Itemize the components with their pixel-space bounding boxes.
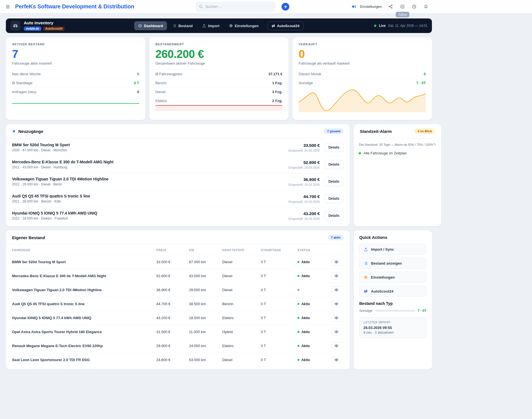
settings-link[interactable]: Einstellungen — [360, 4, 382, 9]
details-button[interactable]: Details — [324, 211, 344, 220]
star-icon: ★ — [12, 129, 16, 134]
upload-icon — [363, 247, 368, 251]
add-button[interactable]: + — [282, 3, 289, 11]
standzeit-status-text: Alle Fahrzeuge im Zeitplan — [363, 151, 407, 155]
list-item: Mercedes-Benz E-Klasse E 300 de T-Modell… — [12, 156, 344, 173]
topbar: PerfeKs Software Development & Distribut… — [0, 0, 532, 13]
view-button[interactable] — [331, 300, 341, 308]
volume-icon[interactable] — [351, 4, 357, 10]
col-header-preis: PREIS — [156, 245, 189, 255]
edit-pencil-icon[interactable]: ✎ — [433, 142, 436, 147]
eye-icon — [334, 344, 339, 348]
menu-icon[interactable] — [4, 3, 11, 10]
vehicle-listed-date: Eingestellt: 26.03.2026 — [289, 183, 320, 186]
type-progress-bar — [375, 310, 415, 312]
live-dot — [374, 25, 376, 27]
view-button[interactable] — [331, 272, 341, 280]
eye-icon — [334, 302, 339, 306]
module-title: Auto Inventory — [24, 21, 65, 25]
eye-icon — [334, 316, 339, 320]
stat-detail-row: Sonstige 7 · 0T — [299, 78, 426, 87]
gear-icon — [363, 275, 368, 279]
bestand-title: Eigener Bestand — [12, 235, 45, 240]
letzter-import-label: LETZTER IMPORT — [363, 321, 422, 324]
tab-einstellungen[interactable]: Einstellungen — [225, 21, 263, 30]
status-badge: Aktiv — [297, 302, 323, 306]
vehicle-title: Hyundai IONIQ 5 IONIQ 5 77.4 kWh AWD UNI… — [12, 211, 97, 215]
letzter-import-datetime: 26.03.2026 09:55 — [363, 326, 422, 330]
eye-icon — [334, 288, 339, 292]
vehicle-title: Volkswagen Tiguan Tiguan 2.0 TDI 4Motion… — [12, 177, 108, 181]
vehicle-subtitle: 2021 · 43.000 km · Diesel · Hamburg — [12, 165, 114, 169]
badge-autoscout24: AutoScout24 — [43, 27, 65, 31]
todos-tooltip: ToDos — [396, 12, 409, 17]
view-button[interactable] — [331, 356, 341, 364]
eye-icon — [334, 330, 339, 334]
stat-subtitle: Fahrzeuge aktiv inseriert — [12, 61, 139, 65]
stat-detail-row: Diesel 3 Fzg. — [155, 87, 283, 96]
search-box[interactable] — [196, 2, 275, 11]
bell-icon[interactable] — [423, 4, 429, 10]
gear-icon — [229, 24, 233, 28]
stat-card-bestandswert: BESTANDSWERT 260.200 € Gesamtwert aktive… — [149, 37, 289, 120]
view-button[interactable] — [331, 328, 341, 336]
view-button[interactable] — [331, 342, 341, 350]
bestand-count-badge: 7 aktiv — [328, 235, 344, 240]
view-button[interactable] — [331, 286, 341, 294]
table-row: Volkswagen Tiguan Tiguan 2.0 TDI 4Motion… — [12, 283, 344, 297]
tab-autoscout24[interactable]: ⇄ AutoScout24 — [268, 21, 304, 30]
vehicle-price: 33.500 € — [289, 143, 320, 148]
tab-dashboard[interactable]: Dashboard — [134, 21, 167, 30]
letzter-import-box: LETZTER IMPORT 26.03.2026 09:55 8 neu · … — [359, 317, 426, 338]
stat-detail-row: Diesen Monat 0 — [299, 69, 426, 78]
quick-action-import-sync[interactable]: Import / Sync — [359, 244, 426, 255]
list-item: Volkswagen Tiguan Tiguan 2.0 TDI 4Motion… — [12, 173, 344, 190]
app-header: Auto Inventory mobile.de AutoScout24 Das… — [6, 18, 432, 33]
table-row: Seat Leon Leon Sportstourer 2.0 TDI FR D… — [12, 353, 344, 367]
live-label: Live — [379, 24, 386, 28]
todos-icon[interactable]: ToDos — [400, 4, 405, 10]
col-header-fahrzeug: FAHRZEUG — [12, 245, 156, 255]
details-button[interactable]: Details — [324, 194, 344, 203]
details-button[interactable]: Details — [324, 143, 344, 152]
quick-actions-title: Quick Actions — [359, 235, 426, 240]
view-button[interactable] — [331, 314, 341, 322]
tab-bestand[interactable]: Bestand — [169, 21, 197, 30]
stat-subtitle: Gesamtwert aktiver Fahrzeuge — [155, 61, 283, 65]
status-dot — [297, 289, 299, 291]
stats-row: AKTIVER BESTAND 7 Fahrzeuge aktiv inseri… — [6, 37, 432, 120]
status-dot — [297, 345, 299, 347]
check-circle-icon — [138, 24, 142, 28]
search-input[interactable] — [205, 4, 269, 9]
stat-subtitle: Fahrzeuge als verkauft markiert — [299, 61, 426, 65]
status-dot — [297, 317, 299, 319]
stat-detail-row: Neu diese Woche 0 — [12, 69, 139, 78]
standzeit-badge: 0 im Blick — [415, 128, 435, 134]
vehicle-price: 52.800 € — [289, 160, 320, 165]
stat-label: AKTIVER BESTAND — [12, 43, 139, 46]
status-badge: Aktiv — [297, 274, 323, 278]
tab-import[interactable]: Import — [198, 21, 223, 30]
stat-detail-row: Benzin 1 Fzg. — [155, 78, 283, 87]
neuzugaenge-card: ★ Neuzugänge 7 gesamt BMW 5er 520d Touri… — [6, 124, 350, 226]
col-header-kraftstoff: KRAFTSTOFF — [222, 245, 261, 255]
aktiver-bestand-sparkline — [12, 103, 139, 104]
table-row: Renault Megane Megane E-Tech Electric EV… — [12, 339, 344, 353]
bestand-nach-typ-title: Bestand nach Typ — [359, 301, 426, 306]
quick-action-bestand-anzeigen[interactable]: Bestand anzeigen — [359, 258, 426, 269]
vehicle-price: 43.200 € — [289, 211, 320, 216]
clock-icon[interactable] — [412, 4, 417, 10]
quick-action-einstellungen[interactable]: Einstellungen — [359, 272, 426, 283]
table-row: BMW 5er 520d Touring M Sport 33.500 € 67… — [12, 255, 344, 269]
view-button[interactable] — [331, 258, 341, 266]
vehicle-title: BMW 5er 520d Touring M Sport — [12, 143, 70, 147]
details-button[interactable]: Details — [324, 177, 344, 186]
stat-label: BESTANDSWERT — [155, 43, 283, 46]
details-button[interactable]: Details — [324, 160, 344, 169]
quick-action-autoscout24[interactable]: ⇄ AutoScout24 — [359, 286, 426, 297]
neuzugaenge-title: Neuzugänge — [18, 129, 43, 134]
status-badge: Aktiv — [297, 344, 323, 348]
status-dot — [297, 303, 299, 305]
share-icon[interactable] — [388, 4, 394, 10]
bestandswert-sparkline — [155, 105, 283, 111]
